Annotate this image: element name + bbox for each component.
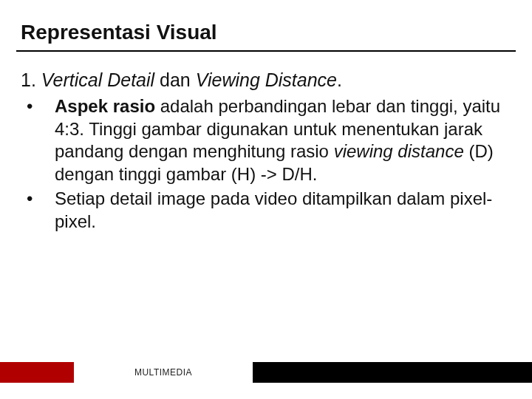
- bullet-icon: •: [27, 188, 55, 211]
- slide-title: Representasi Visual: [0, 0, 532, 50]
- numbered-heading: 1. Vertical Detail dan Viewing Distance.: [21, 69, 511, 91]
- bullet-text: Setiap detail image pada video ditampilk…: [55, 188, 511, 233]
- footer-red-block: [0, 362, 74, 383]
- footer-black-block: [253, 362, 532, 383]
- numbered-part2: dan: [154, 69, 196, 90]
- numbered-part4: .: [337, 69, 342, 90]
- slide-content: 1. Vertical Detail dan Viewing Distance.…: [0, 52, 532, 233]
- numbered-part1: Vertical Detail: [41, 69, 154, 90]
- numbered-number: 1.: [21, 69, 36, 90]
- footer-label: MULTIMEDIA: [74, 362, 253, 383]
- list-item: • Setiap detail image pada video ditampi…: [27, 188, 511, 233]
- bullet-text: Aspek rasio adalah perbandingan lebar da…: [55, 95, 511, 186]
- bullet-list: • Aspek rasio adalah perbandingan lebar …: [21, 95, 511, 233]
- numbered-part3: Viewing Distance: [196, 69, 337, 90]
- footer-bar: MULTIMEDIA: [0, 362, 532, 383]
- list-item: • Aspek rasio adalah perbandingan lebar …: [27, 95, 511, 186]
- bullet-icon: •: [27, 95, 55, 118]
